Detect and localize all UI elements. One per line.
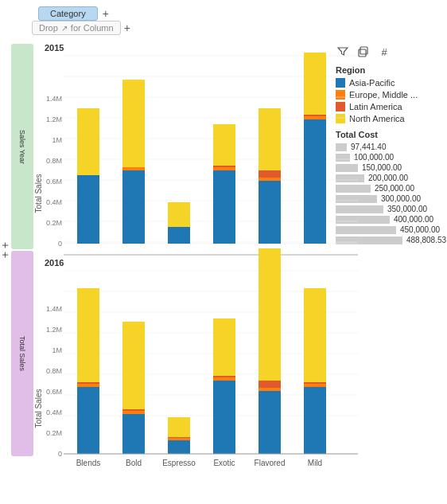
bar-2016-bold-ap xyxy=(122,414,145,454)
svg-text:0.2M: 0.2M xyxy=(46,219,62,227)
cat-mild: Mild xyxy=(308,459,322,467)
svg-text:0: 0 xyxy=(58,450,62,458)
total-sales-label: Total Sales xyxy=(11,251,33,456)
bar-2016-blends-eme xyxy=(77,384,99,387)
svg-text:1.2M: 1.2M xyxy=(46,115,62,123)
year-2015-label: 2015 xyxy=(45,43,64,53)
bar-2016-exotic-la xyxy=(213,376,235,377)
svg-text:0: 0 xyxy=(58,240,62,248)
bar-2016-mild-na xyxy=(304,288,326,382)
add-row-button-2[interactable]: + xyxy=(0,252,11,258)
bar-2015-exotic-ap xyxy=(213,170,235,244)
svg-text:0.6M: 0.6M xyxy=(46,178,62,186)
bar-2015-espresso-ap xyxy=(168,227,190,244)
hash-icon-button[interactable]: # xyxy=(377,45,391,59)
bar-2015-flavored-eme xyxy=(258,178,281,181)
bar-2016-bold-la xyxy=(122,409,145,411)
svg-text:1.2M: 1.2M xyxy=(46,326,62,334)
bar-2016-bold-na xyxy=(122,322,145,409)
drop-label: Drop xyxy=(39,23,58,33)
svg-text:1.4M: 1.4M xyxy=(46,95,62,103)
svg-rect-0 xyxy=(360,47,367,54)
bar-2016-flavored-ap xyxy=(258,391,281,454)
bar-2016-espresso-eme xyxy=(168,438,190,440)
cat-exotic: Exotic xyxy=(213,459,235,467)
bar-2015-mild-na xyxy=(304,53,326,115)
bar-2016-blends-la xyxy=(77,382,99,384)
bar-2015-flavored-ap xyxy=(258,181,281,244)
cat-blends: Blends xyxy=(76,459,101,467)
svg-text:1M: 1M xyxy=(52,136,62,144)
category-pill[interactable]: Category xyxy=(38,6,98,21)
duplicate-icon-button[interactable] xyxy=(356,45,371,59)
svg-text:0.8M: 0.8M xyxy=(46,157,62,165)
bar-2015-exotic-la xyxy=(213,166,235,167)
side-labels: + + Sales Year Total Sales xyxy=(0,44,33,456)
bar-2015-flavored-la xyxy=(258,170,281,178)
svg-rect-1 xyxy=(359,49,366,57)
bar-2016-espresso-ap xyxy=(168,440,190,454)
svg-text:0.4M: 0.4M xyxy=(46,408,62,416)
drop-bar: Drop ↗ for Column + xyxy=(32,21,447,35)
bar-2015-bold-ap xyxy=(122,170,145,244)
bar-2015-mild-la xyxy=(304,115,326,116)
bar-2015-blends-na xyxy=(77,108,99,175)
add-column-button[interactable]: + xyxy=(124,21,130,34)
bar-2016-exotic-ap xyxy=(213,381,235,454)
bar-2015-bold-na xyxy=(122,80,145,167)
bar-2015-espresso-na xyxy=(168,202,190,227)
bar-2015-mild-ap xyxy=(304,119,326,244)
svg-text:0.8M: 0.8M xyxy=(46,367,62,375)
bar-2016-flavored-eme xyxy=(258,388,281,391)
svg-text:1.4M: 1.4M xyxy=(46,305,62,313)
drop-column-field[interactable]: Drop ↗ for Column xyxy=(32,21,121,35)
bar-2015-exotic-na xyxy=(213,124,235,166)
svg-text:0.6M: 0.6M xyxy=(46,388,62,396)
cat-flavored: Flavored xyxy=(255,459,286,467)
x-axis-labels: Blends Bold Espresso Exotic Flavored Mil… xyxy=(76,459,322,467)
bar-2015-exotic-eme xyxy=(213,167,235,170)
europe-label: Europe, Middle ... xyxy=(349,90,418,100)
cat-bold: Bold xyxy=(126,459,142,467)
bar-2016-mild-ap xyxy=(304,387,326,454)
bar-2015-blends-ap xyxy=(77,175,99,244)
bar-2015-bold-eme xyxy=(122,167,145,170)
bar-2016-exotic-na xyxy=(213,318,235,376)
y-ticks-2016: 0 0.2M 0.4M 0.6M 0.8M 1M 1.2M 1.4M xyxy=(46,305,62,458)
svg-text:1M: 1M xyxy=(52,346,62,354)
bar-2016-exotic-eme xyxy=(213,377,235,381)
bar-2016-blends-ap xyxy=(77,387,99,454)
for-column-label: for Column xyxy=(71,23,114,33)
cursor-icon: ↗ xyxy=(61,24,68,33)
bar-2015-mild-eme xyxy=(304,116,326,119)
bar-2016-flavored-la xyxy=(258,381,281,388)
bar-2015-flavored-na xyxy=(258,108,281,170)
bar-2016-bold-eme xyxy=(122,411,145,414)
y-ticks-2015: 0 0.2M 0.4M 0.6M 0.8M 1M 1.2M 1.4M xyxy=(46,95,62,248)
y-axis-label-2016: Total Sales xyxy=(34,389,43,428)
chart-svg: Total Sales 2015 0 0.2M 0.4M 0.6M 0.8M 1… xyxy=(33,40,358,494)
cat-espresso: Espresso xyxy=(162,459,196,467)
year-2016-label: 2016 xyxy=(45,258,64,268)
bar-2016-flavored-na xyxy=(258,248,281,381)
bar-2016-mild-eme xyxy=(304,384,326,387)
add-row-button-1[interactable]: + xyxy=(0,242,11,248)
sales-year-label: Sales Year xyxy=(11,44,33,249)
svg-text:0.4M: 0.4M xyxy=(46,198,62,206)
bar-2016-mild-la xyxy=(304,382,326,384)
bar-2016-blends-na xyxy=(77,288,99,382)
bar-2016-espresso-la xyxy=(168,437,190,438)
y-axis-label-2015: Total Sales xyxy=(34,174,43,213)
svg-text:0.2M: 0.2M xyxy=(46,429,62,437)
add-category-button[interactable]: + xyxy=(103,7,109,20)
bar-2016-espresso-na xyxy=(168,417,190,437)
